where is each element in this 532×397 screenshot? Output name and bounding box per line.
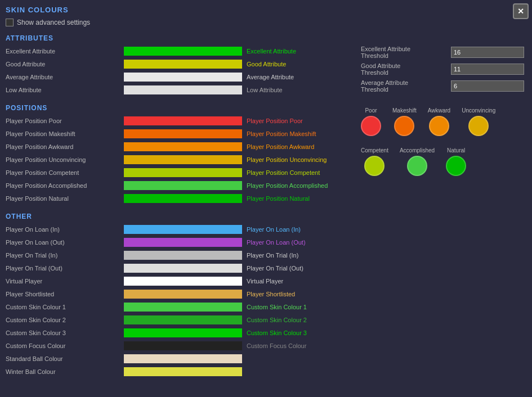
color-row-label-6: Custom Skin Colour 1 bbox=[6, 304, 124, 310]
color-bar-0[interactable] bbox=[124, 116, 242, 125]
close-button[interactable]: ✕ bbox=[513, 3, 529, 19]
color-row-label-4: Player Position Competent bbox=[6, 169, 124, 176]
positions-rows: Player Position PoorPlayer Position Poor… bbox=[6, 115, 352, 204]
color-row-label-3: Player Position Unconvincing bbox=[6, 156, 124, 163]
color-row-1: Player Position MakeshiftPlayer Position… bbox=[6, 128, 352, 139]
color-bar-1[interactable] bbox=[124, 238, 242, 247]
color-bar-0[interactable] bbox=[124, 47, 242, 56]
color-row-2: Player Position AwkwardPlayer Position A… bbox=[6, 141, 352, 152]
advanced-settings-row: Show advanced settings bbox=[6, 19, 526, 26]
color-bar-6[interactable] bbox=[124, 303, 242, 312]
color-row-label-1: Good Attribute bbox=[6, 61, 124, 67]
good-threshold-input[interactable] bbox=[451, 64, 524, 75]
circle-unconvincing[interactable] bbox=[468, 116, 489, 136]
color-text-9: Custom Focus Colour bbox=[247, 342, 306, 349]
color-bar-2[interactable] bbox=[124, 142, 242, 151]
color-row-label-2: Average Attribute bbox=[6, 74, 124, 80]
attributes-rows: Excellent AttributeExcellent AttributeGo… bbox=[6, 46, 352, 96]
circle-natural[interactable] bbox=[446, 156, 466, 176]
circle-label-1: Accomplished bbox=[400, 147, 435, 154]
circle-label-0: Competent bbox=[361, 147, 388, 154]
header: SKIN COLOURS ✕ bbox=[6, 6, 526, 14]
color-bar-5[interactable] bbox=[124, 181, 242, 190]
color-row-label-3: Player On Trial (Out) bbox=[6, 265, 124, 272]
circle-label-3: Unconvincing bbox=[462, 107, 495, 114]
good-threshold-label2: Threshold bbox=[361, 69, 451, 76]
color-text-3: Low Attribute bbox=[247, 87, 283, 93]
circle-item-competent: Competent bbox=[361, 147, 388, 176]
excellent-threshold-row: Excellent Attribute Threshold bbox=[361, 46, 526, 59]
main-container: SKIN COLOURS ✕ Show advanced settings AT… bbox=[0, 0, 532, 397]
color-row-label-1: Player On Loan (Out) bbox=[6, 239, 124, 246]
color-row-1: Player On Loan (Out)Player On Loan (Out) bbox=[6, 237, 352, 248]
color-text-0: Player Position Poor bbox=[247, 118, 303, 124]
color-row-label-2: Player On Trial (In) bbox=[6, 252, 124, 259]
excellent-threshold-input[interactable] bbox=[451, 47, 524, 58]
average-threshold-input[interactable] bbox=[451, 80, 524, 92]
color-bar-1[interactable] bbox=[124, 60, 242, 69]
average-threshold-label1: Average Attribute bbox=[361, 79, 451, 86]
average-threshold-label2: Threshold bbox=[361, 86, 451, 93]
left-panel: ATTRIBUTES Excellent AttributeExcellent … bbox=[6, 32, 352, 379]
attributes-section-title: ATTRIBUTES bbox=[6, 34, 352, 42]
circles-row2: CompetentAccomplishedNatural bbox=[361, 147, 526, 176]
color-row-4: Player Position CompetentPlayer Position… bbox=[6, 167, 352, 178]
circle-item-unconvincing: Unconvincing bbox=[462, 107, 495, 136]
color-text-1: Player On Loan (Out) bbox=[247, 239, 306, 246]
color-bar-9[interactable] bbox=[124, 341, 242, 350]
color-text-0: Player On Loan (In) bbox=[247, 226, 301, 233]
circle-poor[interactable] bbox=[361, 116, 381, 136]
color-bar-4[interactable] bbox=[124, 168, 242, 177]
color-bar-6[interactable] bbox=[124, 194, 242, 203]
color-row-5: Player Position AccomplishedPlayer Posit… bbox=[6, 180, 352, 191]
color-text-3: Player Position Unconvincing bbox=[247, 156, 327, 163]
color-row-11: Winter Ball Colour bbox=[6, 366, 352, 377]
advanced-settings-label: Show advanced settings bbox=[17, 19, 90, 26]
color-bar-10[interactable] bbox=[124, 354, 242, 363]
color-bar-0[interactable] bbox=[124, 225, 242, 234]
positions-section-title: POSITIONS bbox=[6, 104, 352, 112]
color-text-0: Excellent Attribute bbox=[247, 48, 296, 55]
color-bar-2[interactable] bbox=[124, 73, 242, 82]
color-bar-3[interactable] bbox=[124, 85, 242, 94]
color-row-6: Player Position NaturalPlayer Position N… bbox=[6, 193, 352, 204]
color-row-0: Player On Loan (In)Player On Loan (In) bbox=[6, 224, 352, 235]
color-text-7: Custom Skin Colour 2 bbox=[247, 317, 307, 323]
color-bar-8[interactable] bbox=[124, 328, 242, 337]
color-bar-2[interactable] bbox=[124, 251, 242, 260]
color-bar-1[interactable] bbox=[124, 129, 242, 138]
circle-item-awkward: Awkward bbox=[428, 107, 450, 136]
color-row-label-2: Player Position Awkward bbox=[6, 143, 124, 150]
circle-competent[interactable] bbox=[364, 156, 385, 176]
color-bar-4[interactable] bbox=[124, 277, 242, 286]
circle-accomplished[interactable] bbox=[407, 156, 427, 176]
color-row-label-4: Virtual Player bbox=[6, 278, 124, 285]
color-row-0: Player Position PoorPlayer Position Poor bbox=[6, 115, 352, 127]
color-row-7: Custom Skin Colour 2Custom Skin Colour 2 bbox=[6, 314, 352, 326]
color-bar-11[interactable] bbox=[124, 367, 242, 376]
circle-awkward[interactable] bbox=[429, 116, 449, 136]
color-text-4: Player Position Competent bbox=[247, 169, 320, 176]
circle-makeshift[interactable] bbox=[394, 116, 414, 136]
page-title: SKIN COLOURS bbox=[6, 6, 69, 14]
circle-item-natural: Natural bbox=[446, 147, 466, 176]
color-row-3: Player On Trial (Out)Player On Trial (Ou… bbox=[6, 263, 352, 274]
color-text-2: Player Position Awkward bbox=[247, 143, 314, 150]
color-row-label-6: Player Position Natural bbox=[6, 195, 124, 202]
color-row-label-3: Low Attribute bbox=[6, 87, 124, 93]
color-row-1: Good AttributeGood Attribute bbox=[6, 58, 352, 70]
color-row-5: Player ShortlistedPlayer Shortlisted bbox=[6, 288, 352, 300]
color-bar-3[interactable] bbox=[124, 155, 242, 164]
color-text-2: Average Attribute bbox=[247, 74, 294, 80]
color-row-2: Average AttributeAverage Attribute bbox=[6, 71, 352, 83]
average-threshold-row: Average Attribute Threshold bbox=[361, 79, 526, 93]
advanced-settings-checkbox[interactable] bbox=[6, 19, 14, 26]
color-row-label-5: Player Position Accomplished bbox=[6, 182, 124, 189]
color-bar-5[interactable] bbox=[124, 290, 242, 299]
color-bar-7[interactable] bbox=[124, 315, 242, 324]
color-row-label-10: Standard Ball Colour bbox=[6, 355, 124, 362]
color-row-4: Virtual PlayerVirtual Player bbox=[6, 276, 352, 287]
excellent-threshold-label1: Excellent Attribute bbox=[361, 46, 451, 52]
excellent-threshold-label2: Threshold bbox=[361, 52, 451, 59]
color-bar-3[interactable] bbox=[124, 264, 242, 273]
